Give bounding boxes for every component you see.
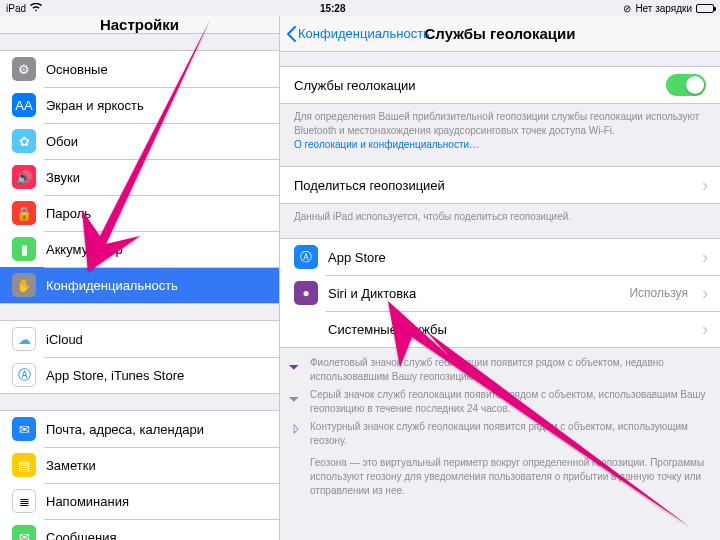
share-location-group: Поделиться геопозицией <box>280 166 720 204</box>
app-row-value: Используя <box>629 286 688 300</box>
sidebar-item-label: Экран и яркость <box>46 98 144 113</box>
sidebar-item-mail[interactable]: ✉Почта, адреса, календари <box>0 411 279 447</box>
sidebar-item-sounds[interactable]: 🔊Звуки <box>0 159 279 195</box>
legend-text: Контурный значок служб геолокации появит… <box>310 420 706 448</box>
sidebar-item-label: Пароль <box>46 206 91 221</box>
sidebar-item-reminders[interactable]: ≣Напоминания <box>0 483 279 519</box>
location-services-row[interactable]: Службы геолокации <box>280 67 720 103</box>
sidebar-item-passcode[interactable]: 🔒Пароль <box>0 195 279 231</box>
mail-icon: ✉ <box>12 417 36 441</box>
clock: 15:28 <box>320 3 346 14</box>
wifi-icon <box>30 3 42 14</box>
sidebar-item-label: Конфиденциальность <box>46 278 178 293</box>
about-location-link[interactable]: О геолокации и конфиденциальности… <box>294 139 479 150</box>
passcode-icon: 🔒 <box>12 201 36 225</box>
detail-header: Конфиденциальность Службы геолокации <box>280 16 720 52</box>
sidebar-item-battery[interactable]: ▮Аккумулятор <box>0 231 279 267</box>
sidebar-item-notes[interactable]: ▤Заметки <box>0 447 279 483</box>
sidebar-item-label: Обои <box>46 134 78 149</box>
app-row-appstore[interactable]: ⒶApp Store <box>280 239 720 275</box>
location-arrow-icon: ◿ <box>286 421 313 448</box>
status-bar: iPad 15:28 ⊘ Нет зарядки <box>0 0 720 16</box>
apps-group: ⒶApp Store●Siri и ДиктовкаИспользуяСисте… <box>280 238 720 348</box>
sidebar-item-label: Звуки <box>46 170 80 185</box>
location-services-toggle[interactable] <box>666 74 706 96</box>
sidebar-title: Настройки <box>100 16 179 33</box>
detail-title: Службы геолокации <box>425 25 576 42</box>
sidebar-item-label: Почта, адреса, календари <box>46 422 204 437</box>
settings-sidebar: Настройки ⚙ОсновныеAAЭкран и яркость✿Обо… <box>0 16 280 540</box>
battery-icon: ▮ <box>12 237 36 261</box>
location-services-label: Службы геолокации <box>294 78 416 93</box>
not-charging-icon: ⊘ <box>623 3 631 14</box>
icloud-icon: ☁ <box>12 327 36 351</box>
app-row-label: Системные службы <box>328 322 447 337</box>
app-row-label: Siri и Диктовка <box>328 286 416 301</box>
sidebar-item-appstore[interactable]: ⒶApp Store, iTunes Store <box>0 357 279 393</box>
general-icon: ⚙ <box>12 57 36 81</box>
sidebar-item-privacy[interactable]: ✋Конфиденциальность <box>0 267 279 303</box>
sidebar-item-general[interactable]: ⚙Основные <box>0 51 279 87</box>
location-arrow-icon: ◣ <box>286 357 313 384</box>
legend-text: Фиолетовый значок служб геолокации появи… <box>310 356 706 384</box>
share-location-label: Поделиться геопозицией <box>294 178 445 193</box>
sidebar-item-label: iCloud <box>46 332 83 347</box>
sidebar-item-label: Основные <box>46 62 108 77</box>
legend-text: Серый значок служб геолокации появится р… <box>310 388 706 416</box>
sidebar-item-display[interactable]: AAЭкран и яркость <box>0 87 279 123</box>
notes-icon: ▤ <box>12 453 36 477</box>
location-arrow-icon: ◣ <box>286 389 313 416</box>
wallpaper-icon: ✿ <box>12 129 36 153</box>
sidebar-header: Настройки <box>0 16 279 34</box>
sidebar-item-wallpaper[interactable]: ✿Обои <box>0 123 279 159</box>
reminders-icon: ≣ <box>12 489 36 513</box>
share-location-row[interactable]: Поделиться геопозицией <box>280 167 720 203</box>
charging-label: Нет зарядки <box>635 3 692 14</box>
detail-pane: Конфиденциальность Службы геолокации Слу… <box>280 16 720 540</box>
appstore-icon: Ⓐ <box>12 363 36 387</box>
display-icon: AA <box>12 93 36 117</box>
sidebar-item-label: Напоминания <box>46 494 129 509</box>
app-row-siri[interactable]: ●Siri и ДиктовкаИспользуя <box>280 275 720 311</box>
sounds-icon: 🔊 <box>12 165 36 189</box>
sidebar-item-label: Заметки <box>46 458 96 473</box>
appstore-icon: Ⓐ <box>294 245 318 269</box>
sidebar-item-label: Сообщения <box>46 530 117 541</box>
location-footer: Для определения Вашей приблизительной ге… <box>280 104 720 152</box>
share-location-footer: Данный iPad используется, чтобы поделить… <box>280 204 720 224</box>
back-label: Конфиденциальность <box>298 26 430 41</box>
app-row-system[interactable]: Системные службы <box>280 311 720 347</box>
back-button[interactable]: Конфиденциальность <box>280 26 430 42</box>
sidebar-item-label: Аккумулятор <box>46 242 123 257</box>
battery-icon <box>696 4 714 13</box>
geofence-note: Геозона — это виртуальный периметр вокру… <box>294 450 706 498</box>
sidebar-item-messages[interactable]: ✉Сообщения <box>0 519 279 540</box>
sidebar-item-label: App Store, iTunes Store <box>46 368 184 383</box>
privacy-icon: ✋ <box>12 273 36 297</box>
device-name: iPad <box>6 3 26 14</box>
sidebar-item-icloud[interactable]: ☁iCloud <box>0 321 279 357</box>
app-row-label: App Store <box>328 250 386 265</box>
location-toggle-group: Службы геолокации <box>280 66 720 104</box>
siri-icon: ● <box>294 281 318 305</box>
legend-footer: ◣Фиолетовый значок служб геолокации появ… <box>280 348 720 498</box>
messages-icon: ✉ <box>12 525 36 540</box>
